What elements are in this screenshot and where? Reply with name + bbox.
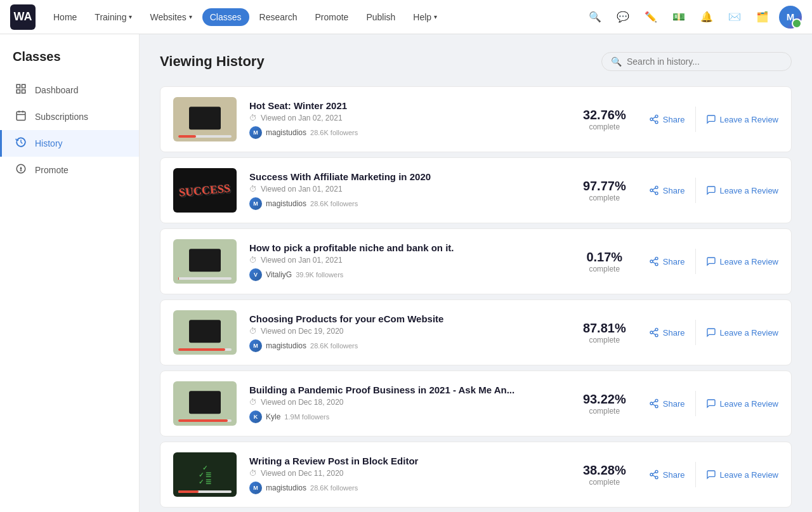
sidebar-item-promote[interactable]: Promote [0, 157, 139, 183]
course-title[interactable]: How to pick a profitable niche and bank … [249, 242, 560, 253]
edit-icon[interactable]: ✏️ [639, 6, 662, 29]
share-button[interactable]: Share [649, 398, 685, 409]
review-label: Leave a Review [720, 115, 779, 124]
course-author: KKyle1.9M followers [249, 410, 560, 423]
main-content: Viewing History 🔍 Hot Seat: Winter 2021⏱… [140, 34, 812, 512]
sidebar-item-dashboard[interactable]: Dashboard [0, 77, 139, 103]
course-list: Hot Seat: Winter 2021⏱Viewed on Jan 02, … [160, 86, 792, 508]
bell-icon[interactable]: 🔔 [695, 6, 718, 29]
clock-icon: ⏱ [249, 398, 257, 407]
search-input[interactable] [627, 56, 782, 67]
viewed-date: Viewed on Dec 19, 2020 [261, 327, 344, 336]
share-button[interactable]: Share [649, 327, 685, 338]
course-info: Success With Affiliate Marketing in 2020… [249, 171, 560, 210]
dollar-icon[interactable]: 💵 [667, 6, 690, 29]
author-name[interactable]: Kyle [266, 412, 280, 421]
nav-link-research[interactable]: Research [252, 8, 305, 26]
clock-icon: ⏱ [249, 469, 257, 478]
nav-link-promote[interactable]: Promote [307, 8, 356, 26]
author-name[interactable]: magistudios [266, 199, 306, 208]
nav-link-publish[interactable]: Publish [358, 8, 403, 26]
review-button[interactable]: Leave a Review [706, 256, 779, 266]
course-card: Hot Seat: Winter 2021⏱Viewed on Jan 02, … [160, 86, 792, 152]
share-icon [649, 469, 659, 480]
review-icon [706, 185, 716, 195]
course-title[interactable]: Success With Affiliate Marketing in 2020 [249, 171, 560, 182]
course-actions: ShareLeave a Review [649, 107, 778, 132]
svg-point-29 [655, 334, 658, 337]
chat-icon[interactable]: 💬 [612, 6, 634, 29]
review-button[interactable]: Leave a Review [706, 398, 779, 409]
site-logo[interactable]: WA [10, 4, 36, 30]
svg-point-17 [655, 186, 658, 188]
svg-line-25 [653, 262, 656, 264]
course-title[interactable]: Building a Pandemic Proof Business in 20… [249, 384, 560, 395]
sidebar-item-subscriptions[interactable]: Subscriptions [0, 103, 139, 130]
svg-point-19 [655, 192, 658, 195]
course-info: Writing a Review Post in Block Editor⏱Vi… [249, 456, 560, 494]
user-avatar[interactable]: M [779, 6, 802, 29]
course-author: Mmagistudios28.6K followers [249, 339, 560, 352]
course-actions: ShareLeave a Review [649, 391, 778, 416]
nav-link-classes[interactable]: Classes [202, 8, 249, 26]
svg-line-16 [653, 117, 656, 119]
mail-icon[interactable]: ✉️ [723, 6, 746, 29]
complete-label: complete [573, 265, 636, 273]
author-avatar: M [249, 482, 262, 494]
clock-icon: ⏱ [249, 114, 257, 122]
chevron-down-icon: ▾ [129, 13, 132, 20]
nav-link-help[interactable]: Help▾ [405, 8, 445, 26]
svg-point-32 [655, 399, 658, 402]
svg-line-36 [653, 401, 656, 403]
svg-point-23 [650, 260, 653, 263]
divider [695, 178, 696, 203]
review-button[interactable]: Leave a Review [706, 114, 779, 124]
search-icon[interactable]: 🔍 [584, 6, 606, 29]
review-button[interactable]: Leave a Review [706, 327, 779, 338]
course-thumbnail: ✓✓ ☰✓ ☰ [173, 452, 237, 497]
complete-label: complete [573, 194, 636, 202]
svg-line-26 [653, 259, 656, 261]
share-button[interactable]: Share [649, 256, 685, 266]
clock-icon: ⏱ [249, 185, 257, 194]
divider [695, 391, 696, 416]
svg-point-34 [655, 405, 658, 408]
dashboard-icon [15, 83, 27, 97]
author-name[interactable]: magistudios [266, 128, 306, 137]
course-info: How to pick a profitable niche and bank … [249, 242, 560, 281]
author-name[interactable]: magistudios [266, 483, 306, 492]
course-meta: ⏱Viewed on Jan 01, 2021 [249, 256, 560, 265]
search-box: 🔍 [601, 52, 792, 71]
course-title[interactable]: Hot Seat: Winter 2021 [249, 100, 560, 111]
review-icon [706, 469, 716, 480]
course-card: How to pick a profitable niche and bank … [160, 228, 792, 294]
sidebar-item-history[interactable]: History [0, 130, 139, 157]
review-button[interactable]: Leave a Review [706, 185, 779, 195]
sidebar-item-label: Dashboard [35, 85, 79, 95]
course-complete: 87.81%complete [573, 321, 636, 345]
course-info: Choosing Products for your eCom Website⏱… [249, 313, 560, 352]
share-button[interactable]: Share [649, 469, 685, 480]
svg-rect-1 [22, 84, 25, 88]
course-complete: 32.76%complete [573, 108, 636, 131]
author-name[interactable]: VitaliyG [266, 270, 292, 279]
nav-link-websites[interactable]: Websites▾ [142, 8, 199, 26]
cards-icon[interactable]: 🗂️ [751, 6, 774, 29]
share-label: Share [663, 186, 685, 195]
share-label: Share [663, 470, 685, 480]
complete-percent: 97.77% [573, 179, 636, 194]
course-title[interactable]: Choosing Products for your eCom Website [249, 313, 560, 324]
share-button[interactable]: Share [649, 185, 685, 195]
subscriptions-icon [15, 110, 27, 124]
review-button[interactable]: Leave a Review [706, 469, 779, 480]
course-actions: ShareLeave a Review [649, 320, 778, 345]
share-button[interactable]: Share [649, 114, 685, 124]
review-icon [706, 398, 716, 409]
course-title[interactable]: Writing a Review Post in Block Editor [249, 456, 560, 466]
svg-line-41 [653, 472, 656, 474]
nav-link-training[interactable]: Training▾ [87, 8, 140, 26]
chevron-down-icon: ▾ [434, 13, 437, 20]
author-name[interactable]: magistudios [266, 341, 306, 350]
course-info: Hot Seat: Winter 2021⏱Viewed on Jan 02, … [249, 100, 560, 139]
nav-link-home[interactable]: Home [46, 8, 84, 26]
